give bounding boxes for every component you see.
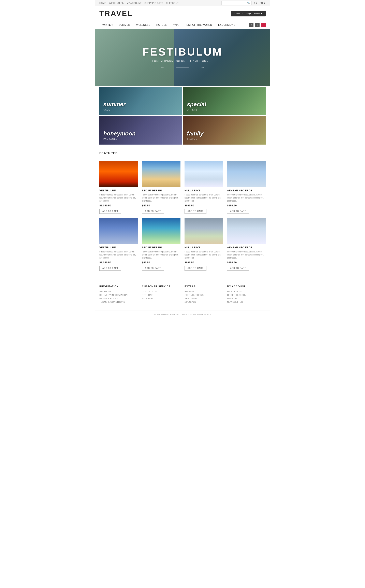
product-img-5	[99, 218, 138, 244]
product-grid-row1: VESTIBULUM Fusce euismod consequat ante.…	[95, 161, 270, 218]
nav-winter[interactable]: WINTER	[99, 21, 116, 29]
hero-prev-arrow[interactable]: ←	[161, 65, 164, 70]
nav-wellness[interactable]: WELLNESS	[133, 21, 153, 29]
nav-avia[interactable]: AVIA	[170, 21, 182, 29]
product-img-4	[227, 161, 266, 187]
product-price-2: $49.50	[142, 204, 181, 207]
product-img-2	[142, 161, 181, 187]
promo-family-sub: TRAVEL	[187, 138, 197, 140]
topbar-cart[interactable]: SHOPPING CART	[144, 2, 163, 4]
add-to-cart-7[interactable]: ADD TO CART	[184, 266, 206, 271]
product-name-6: SED UT PERSPI	[142, 246, 181, 249]
footer-privacy[interactable]: PRIVACY POLICY	[99, 297, 138, 300]
nav-links: WINTER SUMMER WELLNESS HOTELS AVIA REST …	[99, 21, 238, 29]
footer-delivery[interactable]: DELIVERY INFORMATION	[99, 294, 138, 296]
footer-about-us[interactable]: ABOUT US	[99, 290, 138, 293]
add-to-cart-5[interactable]: ADD TO CART	[99, 266, 121, 271]
topbar-account[interactable]: MY ACCOUNT	[126, 2, 141, 4]
footer-specials[interactable]: SPECIALS	[184, 301, 223, 303]
product-card-6: SED UT PERSPI Fusce euismod consequat an…	[142, 218, 181, 271]
cart-button[interactable]: CART - 0 ITEM(S) - $0.00 ▼	[231, 11, 266, 16]
currency-selector[interactable]: $ ▼	[254, 2, 258, 4]
product-desc-2: Fusce euismod consequat ante. Lorem ipsu…	[142, 193, 181, 202]
footer-customer-service-title: CUSTOMER SERVICE	[142, 285, 181, 288]
promo-honeymoon-label: honeymoon PACKAGES	[103, 130, 136, 140]
add-to-cart-3[interactable]: ADD TO CART	[184, 209, 206, 214]
promo-summer[interactable]: summer SALE	[99, 87, 182, 115]
top-bar-utils: 🔍 $ ▼ EN ▼	[221, 1, 266, 5]
product-price-6: $49.50	[142, 261, 181, 264]
facebook-icon[interactable]: f	[249, 23, 253, 27]
footer-brands[interactable]: BRANDS	[184, 290, 223, 293]
hero-banner: FESTIBULUM LOREM IPSUM DOLOR SIT AMET CO…	[95, 29, 270, 86]
add-to-cart-1[interactable]: ADD TO CART	[99, 209, 121, 214]
topbar-checkout[interactable]: CHECKOUT	[166, 2, 178, 4]
promo-honeymoon[interactable]: honeymoon PACKAGES	[99, 116, 182, 145]
footer-contact-us[interactable]: CONTACT US	[142, 290, 181, 293]
topbar-wishlist[interactable]: WISH LIST (0)	[109, 2, 124, 4]
product-card-7: NULLA FACI Fusce euismod consequat ante.…	[184, 218, 223, 271]
footer-wish-list[interactable]: WISH LIST	[227, 297, 266, 300]
social-icons: f t p	[249, 23, 266, 27]
footer-extras-title: EXTRAS	[184, 285, 223, 288]
product-card-8: AENEAN NEC EROS Fusce euismod consequat …	[227, 218, 266, 271]
top-bar: HOME WISH LIST (0) MY ACCOUNT SHOPPING C…	[95, 0, 270, 6]
product-name-3: NULLA FACI	[184, 189, 223, 192]
footer-newsletter[interactable]: NEWSLETTER	[227, 301, 266, 303]
add-to-cart-4[interactable]: ADD TO CART	[227, 209, 249, 214]
promo-summer-sub: SALE	[103, 109, 110, 111]
add-to-cart-2[interactable]: ADD TO CART	[142, 209, 164, 214]
footer-bottom: POWERED BY OPENCART TRAVEL ONLINE STORE …	[95, 310, 270, 319]
nav-rest-of-world[interactable]: REST OF THE WORLD	[182, 21, 215, 29]
footer-account[interactable]: MY ACCOUNT	[227, 290, 266, 293]
product-price-3: $999.50	[184, 204, 223, 207]
footer-information: INFORMATION ABOUT US DELIVERY INFORMATIO…	[99, 285, 138, 304]
promo-special-sub: OFFERS	[187, 109, 198, 111]
footer-affiliates[interactable]: AFFILIATES	[184, 297, 223, 300]
product-desc-4: Fusce euismod consequat ante. Lorem ipsu…	[227, 193, 266, 202]
add-to-cart-8[interactable]: ADD TO CART	[227, 266, 249, 271]
footer-site-map[interactable]: SITE MAP	[142, 297, 181, 300]
hero-navigation: ← →	[161, 65, 204, 70]
promo-family-label: family TRAVEL	[187, 130, 204, 140]
product-price-5: $1,359.50	[99, 261, 138, 264]
header: TRAVEL CART - 0 ITEM(S) - $0.00 ▼	[95, 6, 270, 21]
product-price-1: $1,359.50	[99, 204, 138, 207]
promo-summer-script: summer	[103, 101, 126, 108]
product-name-7: NULLA FACI	[184, 246, 223, 249]
footer-order-history[interactable]: ORDER HISTORY	[227, 294, 266, 296]
site-logo[interactable]: TRAVEL	[99, 9, 133, 18]
add-to-cart-6[interactable]: ADD TO CART	[142, 266, 164, 271]
promo-special[interactable]: special OFFERS	[183, 87, 266, 115]
search-icon[interactable]: 🔍	[247, 2, 250, 4]
hero-content: FESTIBULUM LOREM IPSUM DOLOR SIT AMET CO…	[142, 46, 222, 63]
search-input[interactable]	[223, 2, 247, 4]
product-name-8: AENEAN NEC EROS	[227, 246, 266, 249]
navigation: WINTER SUMMER WELLNESS HOTELS AVIA REST …	[95, 21, 270, 29]
language-selector[interactable]: EN ▼	[260, 2, 266, 4]
nav-excursions[interactable]: EXCURSIONS	[215, 21, 238, 29]
topbar-home[interactable]: HOME	[99, 2, 106, 4]
promo-summer-label: summer SALE	[103, 101, 126, 111]
footer-columns: INFORMATION ABOUT US DELIVERY INFORMATIO…	[95, 279, 270, 310]
product-price-8: $159.50	[227, 261, 266, 264]
copyright-text: POWERED BY OPENCART TRAVEL ONLINE STORE …	[154, 314, 211, 316]
footer-returns[interactable]: RETURNS	[142, 294, 181, 296]
search-box[interactable]: 🔍	[221, 1, 252, 5]
hero-next-arrow[interactable]: →	[201, 65, 204, 70]
footer-terms[interactable]: TERMS & CONDITIONS	[99, 301, 138, 303]
product-img-7	[184, 218, 223, 244]
promo-honeymoon-sub: PACKAGES	[103, 138, 118, 140]
product-name-2: SED UT PERSPI	[142, 189, 181, 192]
nav-hotels[interactable]: HOTELS	[153, 21, 170, 29]
hero-divider	[176, 68, 189, 68]
pinterest-icon[interactable]: p	[261, 23, 266, 27]
footer-gift-vouchers[interactable]: GIFT VOUCHERS	[184, 294, 223, 296]
footer-extras: EXTRAS BRANDS GIFT VOUCHERS AFFILIATES S…	[184, 285, 223, 304]
twitter-icon[interactable]: t	[255, 23, 260, 27]
nav-summer[interactable]: SUMMER	[116, 21, 133, 29]
promo-grid: summer SALE special OFFERS honeymoon PAC…	[95, 86, 270, 145]
promo-special-label: special OFFERS	[187, 101, 206, 111]
promo-family[interactable]: family TRAVEL	[183, 116, 266, 145]
product-name-1: VESTIBULUM	[99, 189, 138, 192]
